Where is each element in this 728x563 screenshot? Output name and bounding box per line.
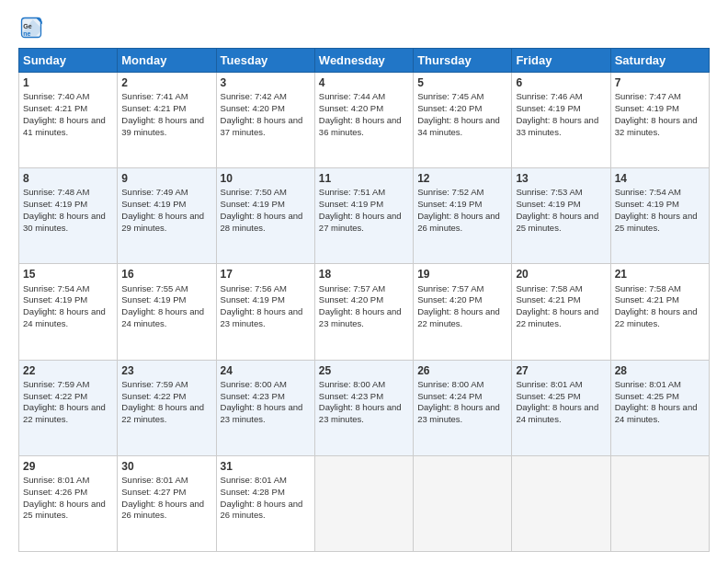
day-number: 26 [417,363,507,378]
sunrise-text: Sunrise: 7:54 AM [23,283,89,293]
calendar-week-row: 29Sunrise: 8:01 AMSunset: 4:26 PMDayligh… [19,455,710,551]
day-number: 24 [221,363,311,378]
daylight-text: Daylight: 8 hours and 34 minutes. [417,115,500,137]
sunrise-text: Sunrise: 7:53 AM [516,187,582,197]
sunset-text: Sunset: 4:23 PM [221,391,285,401]
day-number: 13 [516,171,606,186]
col-header-tuesday: Tuesday [216,49,314,73]
sunset-text: Sunset: 4:28 PM [221,487,285,497]
calendar-cell: 28Sunrise: 8:01 AMSunset: 4:25 PMDayligh… [610,360,709,455]
day-number: 5 [417,75,507,90]
day-number: 1 [23,75,113,90]
calendar-cell: 4Sunrise: 7:44 AMSunset: 4:20 PMDaylight… [314,73,413,168]
daylight-text: Daylight: 8 hours and 24 minutes. [516,402,598,424]
sunrise-text: Sunrise: 7:41 AM [121,91,188,101]
sunrise-text: Sunrise: 7:45 AM [417,91,483,101]
calendar-week-row: 15Sunrise: 7:54 AMSunset: 4:19 PMDayligh… [19,264,710,360]
calendar-cell: 9Sunrise: 7:49 AMSunset: 4:19 PMDaylight… [118,168,216,264]
sunset-text: Sunset: 4:22 PM [23,391,87,401]
calendar-cell: 5Sunrise: 7:45 AMSunset: 4:20 PMDaylight… [414,73,512,168]
day-number: 4 [319,75,409,90]
day-number: 16 [121,267,211,282]
col-header-friday: Friday [512,49,610,73]
day-number: 27 [516,363,606,378]
calendar-cell: 30Sunrise: 8:01 AMSunset: 4:27 PMDayligh… [118,455,216,551]
calendar-header-row: SundayMondayTuesdayWednesdayThursdayFrid… [19,49,710,73]
sunrise-text: Sunrise: 8:01 AM [516,379,582,389]
sunrise-text: Sunrise: 8:01 AM [221,475,287,485]
sunrise-text: Sunrise: 7:44 AM [319,91,385,101]
calendar-cell [414,455,512,551]
logo-icon: Ge ne [18,15,44,40]
sunset-text: Sunset: 4:20 PM [417,294,482,304]
sunset-text: Sunset: 4:19 PM [516,199,580,209]
page: Ge ne SundayMondayTuesdayWednesdayThursd… [0,0,728,563]
day-number: 10 [221,171,311,186]
daylight-text: Daylight: 8 hours and 23 minutes. [221,306,303,328]
daylight-text: Daylight: 8 hours and 22 minutes. [516,306,598,328]
sunset-text: Sunset: 4:26 PM [23,487,87,497]
calendar-table: SundayMondayTuesdayWednesdayThursdayFrid… [18,48,710,552]
sunrise-text: Sunrise: 7:56 AM [221,283,287,293]
day-number: 18 [319,267,409,282]
sunrise-text: Sunrise: 7:51 AM [319,187,385,197]
calendar-cell: 22Sunrise: 7:59 AMSunset: 4:22 PMDayligh… [19,360,118,455]
sunset-text: Sunset: 4:21 PM [23,103,87,113]
sunset-text: Sunset: 4:19 PM [417,199,482,209]
calendar-cell: 16Sunrise: 7:55 AMSunset: 4:19 PMDayligh… [118,264,216,360]
day-number: 19 [417,267,507,282]
sunrise-text: Sunrise: 7:46 AM [516,91,582,101]
calendar-cell: 13Sunrise: 7:53 AMSunset: 4:19 PMDayligh… [512,168,610,264]
day-number: 12 [417,171,507,186]
day-number: 7 [615,75,705,90]
sunrise-text: Sunrise: 8:00 AM [417,379,483,389]
sunset-text: Sunset: 4:19 PM [615,103,679,113]
day-number: 31 [221,459,311,474]
sunset-text: Sunset: 4:19 PM [221,199,285,209]
day-number: 3 [221,75,311,90]
sunrise-text: Sunrise: 8:00 AM [221,379,287,389]
calendar-cell: 31Sunrise: 8:01 AMSunset: 4:28 PMDayligh… [216,455,314,551]
day-number: 29 [23,459,113,474]
sunrise-text: Sunrise: 7:55 AM [121,283,188,293]
day-number: 2 [121,75,211,90]
sunset-text: Sunset: 4:19 PM [23,199,87,209]
sunrise-text: Sunrise: 7:42 AM [221,91,287,101]
sunset-text: Sunset: 4:19 PM [319,199,383,209]
sunset-text: Sunset: 4:21 PM [516,294,580,304]
daylight-text: Daylight: 8 hours and 26 minutes. [221,499,303,521]
sunset-text: Sunset: 4:20 PM [417,103,482,113]
daylight-text: Daylight: 8 hours and 25 minutes. [516,211,598,233]
sunset-text: Sunset: 4:19 PM [615,199,679,209]
daylight-text: Daylight: 8 hours and 22 minutes. [23,402,106,424]
calendar-cell: 29Sunrise: 8:01 AMSunset: 4:26 PMDayligh… [19,455,118,551]
sunrise-text: Sunrise: 7:59 AM [121,379,188,389]
daylight-text: Daylight: 8 hours and 22 minutes. [417,306,500,328]
calendar-cell: 1Sunrise: 7:40 AMSunset: 4:21 PMDaylight… [19,73,118,168]
calendar-cell [610,455,709,551]
calendar-cell: 26Sunrise: 8:00 AMSunset: 4:24 PMDayligh… [414,360,512,455]
daylight-text: Daylight: 8 hours and 26 minutes. [417,211,500,233]
calendar-cell: 14Sunrise: 7:54 AMSunset: 4:19 PMDayligh… [610,168,709,264]
calendar-cell: 8Sunrise: 7:48 AMSunset: 4:19 PMDaylight… [19,168,118,264]
day-number: 20 [516,267,606,282]
sunset-text: Sunset: 4:22 PM [121,391,186,401]
sunrise-text: Sunrise: 8:01 AM [23,475,89,485]
sunrise-text: Sunrise: 7:49 AM [121,187,188,197]
sunset-text: Sunset: 4:25 PM [615,391,679,401]
daylight-text: Daylight: 8 hours and 26 minutes. [121,499,204,521]
calendar-cell: 11Sunrise: 7:51 AMSunset: 4:19 PMDayligh… [314,168,413,264]
sunset-text: Sunset: 4:19 PM [121,294,186,304]
sunrise-text: Sunrise: 8:00 AM [319,379,385,389]
calendar-cell: 3Sunrise: 7:42 AMSunset: 4:20 PMDaylight… [216,73,314,168]
sunrise-text: Sunrise: 8:01 AM [121,475,188,485]
calendar-cell [512,455,610,551]
sunrise-text: Sunrise: 7:54 AM [615,187,681,197]
day-number: 9 [121,171,211,186]
daylight-text: Daylight: 8 hours and 23 minutes. [417,402,500,424]
calendar-cell: 27Sunrise: 8:01 AMSunset: 4:25 PMDayligh… [512,360,610,455]
day-number: 28 [615,363,705,378]
sunrise-text: Sunrise: 7:58 AM [615,283,681,293]
day-number: 11 [319,171,409,186]
calendar-cell: 6Sunrise: 7:46 AMSunset: 4:19 PMDaylight… [512,73,610,168]
